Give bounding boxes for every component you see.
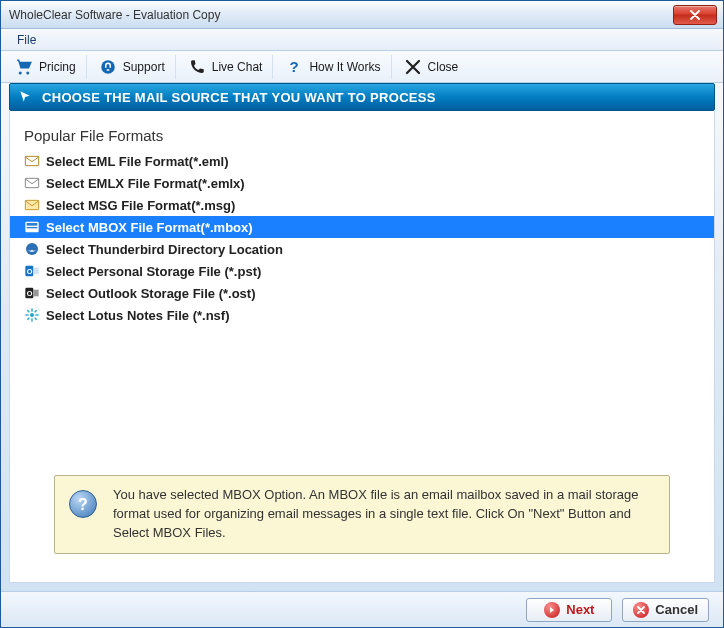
svg-rect-1 [106, 69, 109, 71]
format-ost[interactable]: O Select Outlook Storage File (*.ost) [10, 282, 714, 304]
footer: Next Cancel [1, 591, 723, 627]
format-nsf[interactable]: Select Lotus Notes File (*.nsf) [10, 304, 714, 326]
phone-icon [188, 58, 206, 76]
toolbar-howitworks[interactable]: ? How It Works [275, 55, 391, 79]
app-window: WholeClear Software - Evaluation Copy Fi… [0, 0, 724, 628]
format-label: Select MBOX File Format(*.mbox) [46, 220, 253, 235]
banner-text: CHOOSE THE MAIL SOURCE THAT YOU WANT TO … [42, 90, 436, 105]
format-msg[interactable]: Select MSG File Format(*.msg) [10, 194, 714, 216]
svg-rect-15 [33, 290, 38, 297]
format-label: Select Thunderbird Directory Location [46, 242, 283, 257]
mail-icon [24, 153, 40, 169]
svg-line-22 [35, 318, 37, 320]
outlook-icon: O [24, 263, 40, 279]
toolbar-label: Close [428, 60, 459, 74]
toolbar-pricing[interactable]: Pricing [5, 55, 87, 79]
lotus-icon [24, 307, 40, 323]
svg-line-23 [27, 318, 29, 320]
toolbar-label: Live Chat [212, 60, 263, 74]
toolbar-label: How It Works [309, 60, 380, 74]
svg-text:O: O [27, 267, 33, 276]
format-pst[interactable]: O Select Personal Storage File (*.pst) [10, 260, 714, 282]
format-label: Select EMLX File Format(*.emlx) [46, 176, 245, 191]
format-mbox[interactable]: Select MBOX File Format(*.mbox) [10, 216, 714, 238]
pointer-icon [16, 88, 34, 106]
outlook-dark-icon: O [24, 285, 40, 301]
next-button[interactable]: Next [526, 598, 612, 622]
svg-rect-8 [27, 227, 38, 228]
group-label: Popular File Formats [10, 121, 714, 150]
svg-text:O: O [27, 289, 33, 298]
format-thunderbird[interactable]: Select Thunderbird Directory Location [10, 238, 714, 260]
info-text: You have selected MBOX Option. An MBOX f… [113, 486, 655, 543]
arrow-right-icon [544, 602, 560, 618]
format-label: Select Lotus Notes File (*.nsf) [46, 308, 229, 323]
format-list: Select EML File Format(*.eml) Select EML… [10, 150, 714, 326]
mail-icon [24, 197, 40, 213]
window-close-button[interactable] [673, 5, 717, 25]
titlebar: WholeClear Software - Evaluation Copy [1, 1, 723, 29]
format-panel: Popular File Formats Select EML File For… [9, 111, 715, 583]
svg-rect-4 [25, 178, 38, 187]
menu-file[interactable]: File [9, 31, 44, 49]
info-box: ? You have selected MBOX Option. An MBOX… [54, 475, 670, 554]
svg-point-16 [30, 313, 34, 317]
svg-line-24 [35, 310, 37, 312]
svg-point-9 [26, 243, 38, 255]
svg-rect-5 [25, 200, 38, 209]
svg-line-21 [27, 310, 29, 312]
svg-rect-3 [25, 156, 38, 165]
toolbar-label: Support [123, 60, 165, 74]
window-title: WholeClear Software - Evaluation Copy [9, 8, 673, 22]
mail-icon [24, 175, 40, 191]
svg-text:?: ? [290, 58, 299, 75]
help-icon: ? [69, 490, 97, 518]
x-icon [404, 58, 422, 76]
button-label: Cancel [655, 602, 698, 617]
toolbar-close[interactable]: Close [394, 55, 469, 79]
format-label: Select MSG File Format(*.msg) [46, 198, 235, 213]
format-label: Select Personal Storage File (*.pst) [46, 264, 261, 279]
format-emlx[interactable]: Select EMLX File Format(*.emlx) [10, 172, 714, 194]
spacer [10, 326, 714, 467]
menubar: File [1, 29, 723, 51]
svg-rect-12 [33, 268, 38, 275]
format-eml[interactable]: Select EML File Format(*.eml) [10, 150, 714, 172]
format-label: Select Outlook Storage File (*.ost) [46, 286, 255, 301]
headset-icon [99, 58, 117, 76]
svg-point-0 [101, 60, 115, 74]
cancel-button[interactable]: Cancel [622, 598, 709, 622]
toolbar-livechat[interactable]: Live Chat [178, 55, 274, 79]
mbox-icon [24, 219, 40, 235]
question-icon: ? [285, 58, 303, 76]
step-banner: CHOOSE THE MAIL SOURCE THAT YOU WANT TO … [9, 83, 715, 111]
toolbar-label: Pricing [39, 60, 76, 74]
toolbar: Pricing Support Live Chat ? How It Works… [1, 51, 723, 83]
button-label: Next [566, 602, 594, 617]
thunderbird-icon [24, 241, 40, 257]
svg-rect-7 [27, 223, 38, 226]
cart-icon [15, 58, 33, 76]
content-area: CHOOSE THE MAIL SOURCE THAT YOU WANT TO … [1, 83, 723, 591]
cancel-icon [633, 602, 649, 618]
toolbar-support[interactable]: Support [89, 55, 176, 79]
format-label: Select EML File Format(*.eml) [46, 154, 229, 169]
close-icon [690, 10, 700, 20]
